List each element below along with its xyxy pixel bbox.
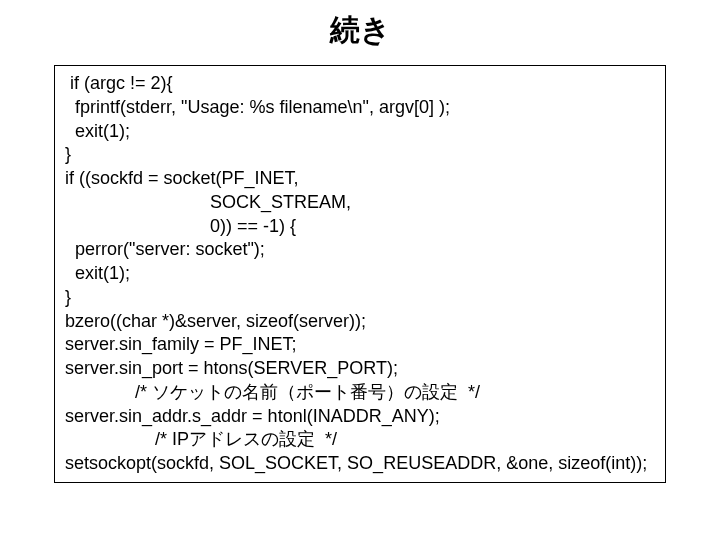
code-line: SOCK_STREAM, bbox=[65, 191, 655, 215]
code-block: if (argc != 2){ fprintf(stderr, "Usage: … bbox=[54, 65, 666, 483]
code-line: server.sin_family = PF_INET; bbox=[65, 333, 655, 357]
code-line: server.sin_addr.s_addr = htonl(INADDR_AN… bbox=[65, 405, 655, 429]
code-line: perror("server: socket"); bbox=[65, 238, 655, 262]
slide: 続き if (argc != 2){ fprintf(stderr, "Usag… bbox=[0, 0, 720, 540]
code-line: if (argc != 2){ bbox=[65, 72, 655, 96]
code-line: exit(1); bbox=[65, 120, 655, 144]
code-line: bzero((char *)&server, sizeof(server)); bbox=[65, 310, 655, 334]
code-comment: /* IPアドレスの設定 */ bbox=[65, 428, 655, 452]
code-line: setsockopt(sockfd, SOL_SOCKET, SO_REUSEA… bbox=[65, 452, 655, 476]
code-line: 0)) == -1) { bbox=[65, 215, 655, 239]
code-line: server.sin_port = htons(SERVER_PORT); bbox=[65, 357, 655, 381]
code-line: exit(1); bbox=[65, 262, 655, 286]
code-comment: /* ソケットの名前（ポート番号）の設定 */ bbox=[65, 381, 655, 405]
code-line: fprintf(stderr, "Usage: %s filename\n", … bbox=[65, 96, 655, 120]
code-line: } bbox=[65, 143, 655, 167]
code-line: } bbox=[65, 286, 655, 310]
slide-title: 続き bbox=[0, 10, 720, 51]
code-line: if ((sockfd = socket(PF_INET, bbox=[65, 167, 655, 191]
